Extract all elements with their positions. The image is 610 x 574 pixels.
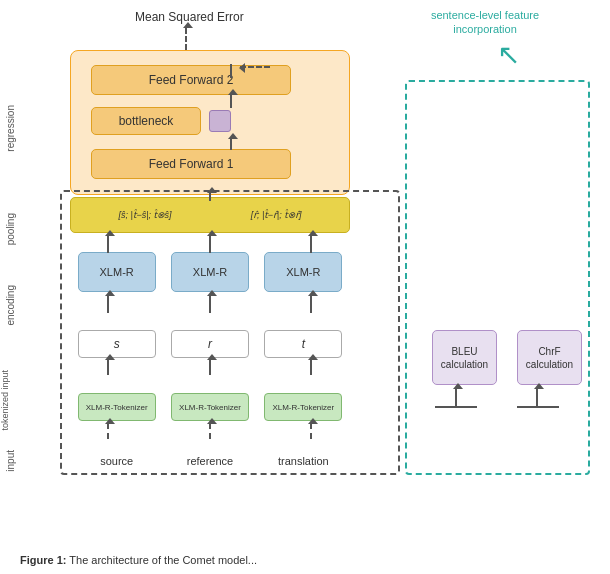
bleu-box: BLEU calculation	[432, 330, 497, 385]
chrf-label: ChrF calculation	[526, 345, 573, 371]
regression-box: Feed Forward 2 bottleneck Feed Forward 1	[70, 50, 350, 195]
diagram-container: Mean Squared Error sentence-level featur…	[0, 0, 610, 574]
bleu-label: BLEU calculation	[441, 345, 488, 371]
label-input: input	[5, 450, 16, 472]
mse-arrow	[185, 28, 187, 50]
sentence-feature-label: sentence-level feature incorporation	[420, 8, 550, 37]
chrf-box: ChrF calculation	[517, 330, 582, 385]
arrow-up-chrf	[536, 388, 538, 406]
bleu-horiz	[435, 406, 477, 408]
arrow-ff1-bn	[230, 138, 232, 150]
curly-arrow-icon: ↙	[497, 40, 520, 73]
label-encoding: encoding	[5, 285, 16, 326]
ff2-box: Feed Forward 2	[91, 65, 291, 95]
ff1-box: Feed Forward 1	[91, 149, 291, 179]
arrow-up-bleu	[455, 388, 457, 406]
arrow-bottleneck	[240, 66, 270, 68]
label-regression: regression	[5, 105, 16, 152]
sentence-feature-box	[405, 80, 590, 475]
chrf-horiz	[517, 406, 559, 408]
purple-feature-box	[209, 110, 231, 132]
label-tokenized: tokenized input	[1, 370, 11, 431]
bottleneck-box: bottleneck	[91, 107, 201, 135]
arrow-ff2-out	[230, 64, 232, 78]
caption: Figure 1: The architecture of the Comet …	[20, 554, 257, 566]
dashed-outer-box	[60, 190, 400, 475]
label-pooling: pooling	[5, 213, 16, 245]
arrow-bn-ff2	[230, 94, 232, 108]
metrics-row: BLEU calculation ChrF calculation	[432, 330, 582, 385]
bottleneck-row: bottleneck	[91, 107, 231, 135]
